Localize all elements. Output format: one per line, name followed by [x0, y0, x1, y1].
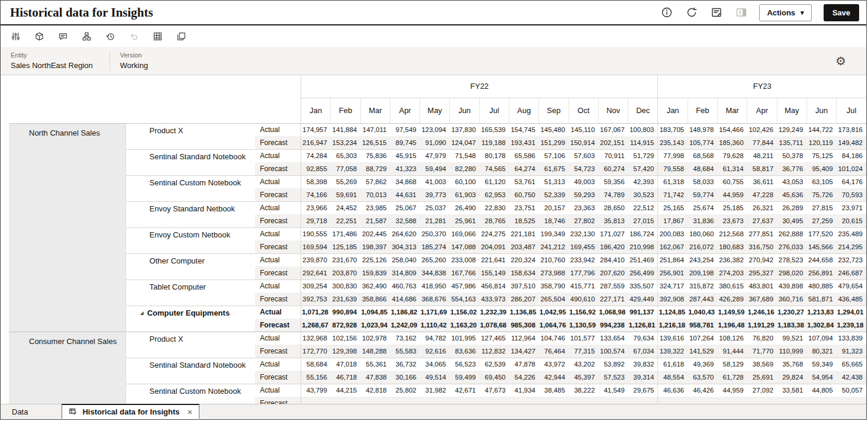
- data-cell[interactable]: 100,803: [628, 123, 658, 136]
- data-cell[interactable]: 368,676: [420, 293, 450, 306]
- data-cell[interactable]: 1,149,59: [718, 306, 747, 319]
- data-cell[interactable]: 43,972: [539, 358, 569, 371]
- data-cell[interactable]: 59,293: [569, 188, 598, 201]
- data-cell[interactable]: 148,288: [360, 345, 390, 358]
- data-cell[interactable]: 227,171: [598, 293, 628, 306]
- data-cell[interactable]: 1,196,48: [718, 319, 747, 332]
- data-cell[interactable]: 42,818: [360, 384, 390, 397]
- data-cell[interactable]: 180,683: [718, 240, 747, 253]
- data-cell[interactable]: 74,166: [301, 188, 331, 201]
- data-cell[interactable]: 1,130,59: [569, 319, 598, 332]
- data-cell[interactable]: 34,868: [390, 175, 420, 188]
- data-cell[interactable]: 22,830: [479, 201, 509, 214]
- data-cell[interactable]: 380,615: [718, 279, 747, 293]
- data-cell[interactable]: 43,053: [777, 175, 806, 188]
- data-cell[interactable]: 135,711: [777, 136, 806, 149]
- data-cell[interactable]: 110,999: [777, 345, 806, 358]
- data-cell[interactable]: 77,844: [747, 136, 777, 149]
- data-cell[interactable]: [658, 397, 688, 404]
- data-cell[interactable]: [718, 397, 747, 404]
- data-cell[interactable]: 300,830: [331, 279, 360, 293]
- column-header-month[interactable]: Jan: [658, 98, 688, 123]
- data-cell[interactable]: [539, 397, 569, 404]
- data-cell[interactable]: 49,514: [420, 371, 450, 384]
- row-header-scenario[interactable]: Forecast: [255, 240, 301, 253]
- data-cell[interactable]: [331, 397, 360, 404]
- data-cell[interactable]: 21,281: [420, 214, 450, 227]
- data-cell[interactable]: 149,482: [837, 136, 866, 149]
- data-cell[interactable]: 44,215: [331, 384, 360, 397]
- data-cell[interactable]: 144,722: [806, 123, 836, 136]
- data-cell[interactable]: 102,978: [360, 332, 390, 345]
- info-button[interactable]: [660, 5, 674, 20]
- data-cell[interactable]: 29,675: [628, 384, 658, 397]
- row-header-product[interactable]: Tablet Computer: [125, 279, 255, 306]
- data-cell[interactable]: 1,156,92: [569, 306, 598, 319]
- data-cell[interactable]: 397,510: [509, 279, 539, 293]
- data-cell[interactable]: 91,090: [420, 136, 450, 149]
- column-header-month[interactable]: Sep: [539, 98, 569, 123]
- data-cell[interactable]: 38,222: [569, 384, 598, 397]
- data-cell[interactable]: 183,705: [658, 123, 688, 136]
- data-cell[interactable]: 70,013: [360, 188, 390, 201]
- row-header-channel[interactable]: Consumer Channel Sales: [9, 332, 125, 404]
- row-header-product[interactable]: Sentinal Custom Notebook: [125, 175, 255, 201]
- data-cell[interactable]: 33,581: [777, 384, 806, 397]
- column-header-month[interactable]: Jul: [837, 98, 866, 123]
- data-cell[interactable]: 244,658: [806, 253, 836, 266]
- data-cell[interactable]: 51,313: [539, 175, 569, 188]
- data-cell[interactable]: 74,284: [301, 149, 331, 162]
- data-cell[interactable]: 55,156: [301, 371, 331, 384]
- data-cell[interactable]: 232,723: [837, 253, 866, 266]
- pov-settings-button[interactable]: ⚙: [832, 54, 850, 68]
- data-cell[interactable]: 125,185: [331, 240, 360, 253]
- data-cell[interactable]: 54,226: [509, 371, 539, 384]
- data-cell[interactable]: 216,072: [688, 240, 717, 253]
- data-cell[interactable]: 1,163,20: [450, 319, 479, 332]
- data-cell[interactable]: 1,064,76: [539, 319, 569, 332]
- data-cell[interactable]: 1,110,42: [420, 319, 450, 332]
- data-cell[interactable]: 61,903: [450, 188, 479, 201]
- data-cell[interactable]: 23,751: [509, 201, 539, 214]
- adjust-button[interactable]: [11, 31, 21, 41]
- data-cell[interactable]: 483,801: [747, 279, 777, 293]
- data-cell[interactable]: 59,356: [598, 175, 628, 188]
- data-cell[interactable]: 27,802: [569, 214, 598, 227]
- data-cell[interactable]: 220,324: [509, 253, 539, 266]
- windows-button[interactable]: [176, 31, 186, 41]
- data-cell[interactable]: 27,015: [628, 214, 658, 227]
- data-cell[interactable]: 53,892: [598, 358, 628, 371]
- data-cell[interactable]: [450, 397, 479, 404]
- data-cell[interactable]: 137,830: [450, 123, 479, 136]
- data-cell[interactable]: 52,339: [539, 188, 569, 201]
- row-header-scenario[interactable]: Actual: [255, 384, 301, 397]
- data-cell[interactable]: 55,361: [360, 358, 390, 371]
- data-cell[interactable]: 216,947: [301, 136, 331, 149]
- data-cell[interactable]: 44,959: [718, 188, 747, 201]
- column-header-month[interactable]: Dec: [628, 98, 658, 123]
- data-cell[interactable]: 324,717: [658, 279, 688, 293]
- data-cell[interactable]: 22,251: [331, 214, 360, 227]
- data-cell[interactable]: 124,047: [450, 136, 479, 149]
- data-cell[interactable]: [598, 397, 628, 404]
- data-cell[interactable]: [628, 397, 658, 404]
- data-cell[interactable]: 284,410: [598, 253, 628, 266]
- data-cell[interactable]: 392,753: [301, 293, 331, 306]
- data-cell[interactable]: 200,083: [658, 227, 688, 240]
- data-cell[interactable]: 26,321: [747, 201, 777, 214]
- data-cell[interactable]: 1,068,98: [598, 306, 628, 319]
- data-cell[interactable]: 172,770: [301, 345, 331, 358]
- row-header-scenario[interactable]: Forecast: [255, 397, 301, 404]
- data-cell[interactable]: 76,464: [539, 345, 569, 358]
- data-cell[interactable]: 38,485: [539, 384, 569, 397]
- pov-entity-value[interactable]: Sales NorthEast Region: [11, 61, 93, 70]
- data-cell[interactable]: 100,574: [598, 345, 628, 358]
- data-cell[interactable]: 153,234: [331, 136, 360, 149]
- data-cell[interactable]: [509, 397, 539, 404]
- data-cell[interactable]: 207,620: [598, 266, 628, 279]
- dimension-button[interactable]: [34, 31, 44, 41]
- data-cell[interactable]: 177,520: [806, 227, 836, 240]
- data-cell[interactable]: 316,750: [747, 240, 777, 253]
- actions-button[interactable]: Actions ▾: [759, 4, 811, 21]
- data-cell[interactable]: 68,568: [688, 149, 717, 162]
